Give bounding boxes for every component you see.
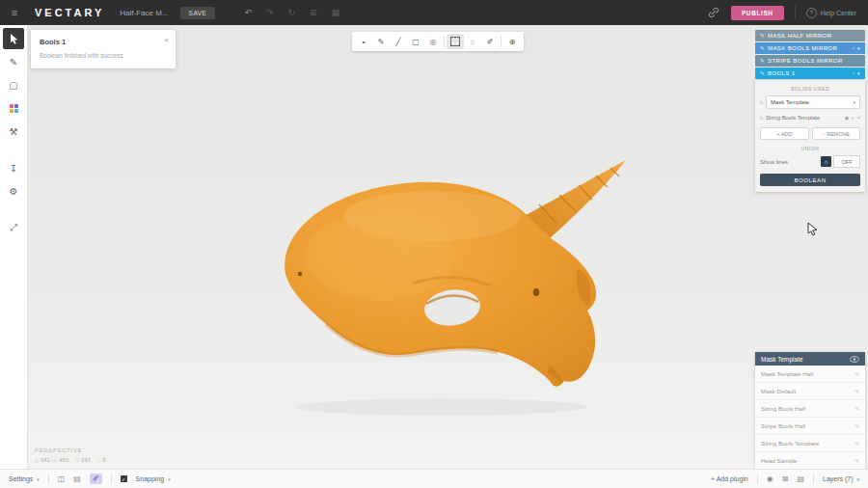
help-center-button[interactable]: ? Help Center	[806, 8, 856, 18]
layer-label: Head Sample	[761, 457, 798, 464]
remove-solid-button[interactable]: − REMOVE	[812, 127, 861, 140]
lasso-tool-icon[interactable]: ◌	[464, 34, 481, 49]
snapping-dropdown[interactable]: Snapping ▾	[136, 475, 171, 482]
show-lines-value[interactable]: OFF	[833, 155, 860, 168]
pen-draw-tool-icon[interactable]: ✎	[372, 34, 390, 49]
vertex-tool-icon[interactable]: •	[355, 34, 372, 49]
panel-header-mask-half-mirror[interactable]: ✎ MASK HALF MIRROR	[755, 30, 865, 41]
edit-icon: ✎	[760, 58, 765, 64]
edit-layer-icon[interactable]: ✎	[854, 371, 859, 377]
split-view-icon[interactable]: ◫	[58, 474, 66, 483]
drag-handle-icon[interactable]: ≡	[760, 115, 763, 121]
redo-icon[interactable]: ↷	[266, 8, 274, 17]
vector-tool-icon[interactable]: ╱	[390, 34, 407, 49]
drag-handle-icon[interactable]: ≡	[760, 99, 763, 105]
collapse-icon[interactable]: ▾	[857, 70, 860, 76]
mirror-mini-icon[interactable]: ▫	[853, 70, 854, 76]
layer-label: Mask Template Half	[761, 370, 813, 377]
paint-select-tool-icon[interactable]: ✐	[481, 34, 499, 49]
half-mode-icon[interactable]: ◐	[852, 115, 854, 121]
box-tool-icon[interactable]: ▢	[407, 34, 424, 49]
layer-row[interactable]: Stripe Bools Half ✎	[755, 418, 865, 435]
panel-header-stripe-bools-mirror[interactable]: ✎ STRIPE BOOLS MIRROR	[755, 55, 865, 67]
solid-list-item[interactable]: ≡ String Bools Template ◉ ◐ ×	[760, 113, 860, 122]
snapping-checkbox[interactable]: ✓	[121, 475, 127, 482]
mask-ear-hole	[533, 288, 539, 296]
mask-strap-hole	[298, 272, 302, 276]
mirror-mini-icon[interactable]: ▫	[853, 45, 854, 51]
modifiers-tool-icon[interactable]: ⚒	[3, 121, 24, 142]
layers-dropdown[interactable]: Layers (7) ▾	[823, 475, 859, 482]
question-icon: ?	[806, 8, 817, 18]
bottom-bar: Settings ▾ ◫ ▤ ✐ ✓ Snapping ▾ + Add plug…	[0, 469, 868, 488]
select-tool-icon[interactable]	[3, 28, 24, 49]
view-mode-label[interactable]: PERSPECTIVE	[35, 447, 83, 453]
pen-tool-icon[interactable]: ✎	[3, 51, 24, 72]
edit-layer-icon[interactable]: ✎	[854, 423, 859, 429]
layer-row[interactable]: Head Sample ✎	[755, 452, 865, 470]
eye-icon[interactable]	[850, 356, 859, 363]
top-bar: ≡ VECTARY Half-Face M... SAVE ↶ ↷ ↻ ⊞ ▦ …	[0, 0, 868, 25]
header-label: MASK BOOLS MIRROR	[768, 45, 837, 51]
edit-layer-icon[interactable]: ✎	[854, 458, 859, 464]
app-logo: VECTARY	[35, 7, 104, 18]
publish-button[interactable]: PUBLISH	[731, 6, 784, 20]
add-solid-button[interactable]: + ADD	[760, 127, 809, 140]
edit-layer-icon[interactable]: ✎	[854, 389, 859, 394]
duplicate-icon[interactable]: ⊞	[310, 8, 317, 17]
settings-dropdown[interactable]: Settings ▾	[9, 475, 40, 482]
mask-3d-object[interactable]	[27, 25, 868, 470]
edit-layer-icon[interactable]: ✎	[854, 441, 859, 447]
transform-tool-icon[interactable]: ⊕	[503, 34, 521, 49]
layer-label: String Bools Template	[761, 440, 819, 447]
torus-tool-icon[interactable]: ◎	[424, 34, 442, 49]
header-label: BOOLS 1	[768, 70, 795, 76]
faces-icon: △	[35, 457, 39, 463]
collapse-icon[interactable]: ▾	[857, 45, 860, 51]
grid-icon[interactable]: ▦	[332, 8, 340, 17]
visibility-icon[interactable]: ◉	[845, 115, 849, 121]
panel-header-mask-bools-mirror[interactable]: ✎ MASK BOOLS MIRROR ▫ ▾	[755, 42, 865, 54]
template-dropdown[interactable]: Mask Template ▾	[766, 95, 860, 109]
viewport-canvas[interactable]: Bools 1 × Boolean finished with success …	[27, 25, 868, 470]
show-lines-toggle[interactable]: ◇ OFF	[821, 155, 860, 168]
import-tool-icon[interactable]: ↧	[3, 157, 24, 178]
materials-tool-icon[interactable]	[3, 97, 24, 119]
marquee-select-tool-icon[interactable]	[447, 34, 464, 49]
add-plugin-button[interactable]: + Add plugin	[711, 475, 748, 482]
objects-tool-icon[interactable]: ▢	[3, 74, 24, 95]
snapping-label: Snapping	[136, 475, 165, 482]
record-icon[interactable]: ◉	[767, 474, 773, 483]
project-title[interactable]: Half-Face M...	[120, 9, 168, 17]
layer-label: Stripe Bools Half	[761, 422, 805, 429]
layer-row[interactable]: Mask Default ✎	[755, 383, 865, 400]
rows-view-icon[interactable]: ▤	[73, 474, 81, 483]
layer-row[interactable]: String Bools Half ✎	[755, 400, 865, 418]
toast-close-icon[interactable]: ×	[164, 36, 169, 44]
layer-row[interactable]: String Bools Template ✎	[755, 435, 865, 452]
layer-row[interactable]: Mask Template Half ✎	[755, 366, 865, 383]
header-label: MASK HALF MIRROR	[768, 33, 831, 39]
toast-message: Boolean finished with success	[40, 52, 167, 59]
share-link-icon[interactable]	[708, 7, 719, 18]
boolean-apply-button[interactable]: BOOLEAN	[760, 174, 860, 186]
frame-icon[interactable]: ⊠	[782, 474, 789, 483]
objects-icon: ○	[97, 457, 100, 463]
fullscreen-tool-icon[interactable]: ⤢	[3, 217, 24, 238]
layer-label: Mask Default	[761, 388, 796, 394]
panel-header-bools-1[interactable]: ✎ BOOLS 1 ▫ ▾	[755, 68, 865, 79]
remove-item-icon[interactable]: ×	[857, 115, 860, 121]
save-button[interactable]: SAVE	[180, 7, 216, 19]
history-icon[interactable]: ↻	[288, 8, 296, 17]
edit-layer-icon[interactable]: ✎	[854, 406, 859, 412]
list-icon[interactable]: ▤	[797, 474, 804, 483]
undo-icon[interactable]: ↶	[244, 8, 252, 17]
paint-mode-icon[interactable]: ✐	[90, 474, 102, 484]
toggle-knob-icon[interactable]: ◇	[821, 156, 831, 167]
menu-icon[interactable]: ≡	[0, 7, 29, 18]
layers-group-title: Mask Template	[761, 356, 803, 363]
settings-tool-icon[interactable]: ⚙	[3, 180, 24, 202]
left-toolbar: ✎ ▢ ⚒ ↧ ⚙ ⤢	[0, 25, 28, 470]
edit-icon: ✎	[760, 33, 765, 39]
layers-group-header[interactable]: Mask Template	[755, 352, 865, 366]
